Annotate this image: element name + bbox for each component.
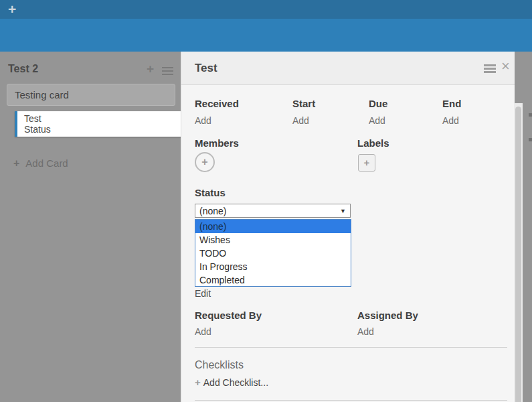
- add-checklist-label: Add Checklist...: [203, 377, 268, 388]
- plus-icon: +: [13, 157, 19, 169]
- end-add-link[interactable]: Add: [442, 115, 459, 126]
- plus-icon: +: [201, 156, 207, 168]
- board-header-bar: [0, 19, 532, 52]
- end-label: End: [442, 98, 461, 109]
- add-member-button[interactable]: +: [195, 152, 215, 172]
- add-card-label: Add Card: [25, 157, 68, 169]
- plus-icon: +: [195, 377, 201, 388]
- due-add-link[interactable]: Add: [369, 115, 385, 126]
- list-hamburger-icon[interactable]: [162, 67, 173, 75]
- card-test-selected[interactable]: Test Status: [15, 111, 183, 137]
- assigned-by-label: Assigned By: [357, 310, 418, 321]
- status-option-wishes[interactable]: Wishes: [195, 233, 351, 247]
- list-title: Test 2: [8, 63, 38, 75]
- top-navigation-bar: +: [0, 0, 532, 19]
- status-option-completed[interactable]: Completed: [195, 273, 351, 287]
- members-label: Members: [195, 137, 239, 149]
- scrollbar-thumb[interactable]: [515, 107, 521, 402]
- board-edge-strip: [523, 103, 532, 402]
- card-title: Test: [24, 113, 183, 124]
- received-label: Received: [195, 98, 239, 109]
- card-title: Testing card: [15, 89, 175, 100]
- plus-icon: +: [364, 157, 370, 168]
- labels-label: Labels: [357, 137, 389, 149]
- chevron-down-icon: ▼: [340, 208, 346, 214]
- add-card-button[interactable]: +Add Card: [13, 157, 68, 170]
- card-detail-title: Test: [195, 62, 217, 75]
- status-select[interactable]: (none) ▼: [195, 204, 351, 218]
- card-subtitle: Status: [24, 124, 183, 135]
- app-window: + Test 2 + Testing card Test Status +Add…: [0, 0, 532, 402]
- checklists-heading: Checklists: [195, 359, 244, 371]
- divider: [195, 400, 507, 401]
- status-option-in-progress[interactable]: In Progress: [195, 260, 351, 273]
- status-option-todo[interactable]: TODO: [195, 247, 351, 260]
- vertical-scrollbar[interactable]: [514, 103, 523, 402]
- card-menu-hamburger-icon[interactable]: [484, 64, 496, 73]
- status-dropdown-list: (none) Wishes TODO In Progress Completed: [195, 219, 351, 287]
- status-label: Status: [195, 187, 226, 198]
- list-add-card-icon[interactable]: +: [147, 62, 154, 76]
- add-board-icon[interactable]: +: [8, 1, 16, 18]
- divider: [195, 347, 507, 348]
- requested-by-add-link[interactable]: Add: [195, 326, 211, 337]
- clipped-icon: [529, 113, 532, 117]
- due-label: Due: [369, 98, 387, 109]
- assigned-by-add-link[interactable]: Add: [357, 326, 374, 337]
- card-detail-panel: Test × Received Start Due End Add Add Ad…: [181, 52, 515, 402]
- status-edit-link[interactable]: Edit: [195, 288, 211, 299]
- status-selected-value: (none): [199, 206, 226, 216]
- card-testing-card[interactable]: Testing card: [7, 84, 175, 106]
- list-test2: Test 2 + Testing card Test Status +Add C…: [0, 52, 181, 402]
- start-add-link[interactable]: Add: [292, 115, 309, 126]
- board-canvas: Test 2 + Testing card Test Status +Add C…: [0, 52, 532, 402]
- start-label: Start: [292, 98, 315, 109]
- close-icon[interactable]: ×: [501, 57, 510, 76]
- clipped-icon: [529, 138, 532, 141]
- received-add-link[interactable]: Add: [195, 115, 211, 126]
- add-checklist-button[interactable]: +Add Checklist...: [195, 377, 268, 388]
- requested-by-label: Requested By: [195, 310, 262, 321]
- status-option-none[interactable]: (none): [195, 220, 351, 233]
- card-detail-header: Test ×: [181, 52, 515, 85]
- add-label-button[interactable]: +: [358, 154, 375, 172]
